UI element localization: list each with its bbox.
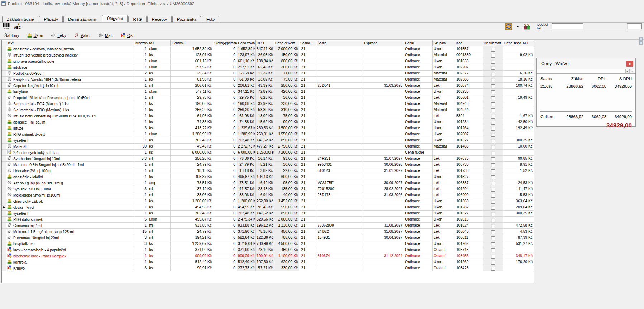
column-header-neslucovat[interactable]: Neslučovat: [483, 40, 503, 46]
neslucovat-checkbox[interactable]: [491, 133, 495, 137]
table-row[interactable]: obvaz - krycí1ks454,55 Kč0454,55 Kč95,45…: [2, 204, 534, 211]
neslucovat-checkbox[interactable]: [491, 139, 495, 143]
table-row[interactable]: Meloxidolor 5mg/ml 1x100ml1ml33,06 Kč033…: [2, 192, 534, 198]
table-row[interactable]: Infuzní set včetně prodlužovací hadičky1…: [2, 52, 534, 58]
neslucovat-checkbox[interactable]: [491, 54, 495, 58]
tab-rtg[interactable]: RTG: [128, 16, 146, 22]
table-row[interactable]: Podložka 60x90cm2ks29,34 Kč058,68 Kč12,3…: [2, 71, 534, 77]
edge-input[interactable]: [627, 23, 642, 29]
table-row[interactable]: příprava operačního pole1ukon661,16 Kč06…: [2, 58, 534, 64]
table-row[interactable]: Infusio natrii chlorati inj 10x500ml BRA…: [2, 113, 534, 119]
table-row[interactable]: Cepetor 1mg/ml inj 1x10 ml1ml206,61 Kč02…: [2, 83, 534, 89]
column-header-cena_zaklad[interactable]: Cena základ: [237, 40, 256, 46]
table-row[interactable]: Synulox RTU inj 100ml3ml37,19 Kč0111,57 …: [2, 186, 534, 192]
table-row[interactable]: Šicí materiál - PDO (Maxima) 1 ks1ks256,…: [2, 107, 534, 113]
neslucovat-checkbox[interactable]: [491, 121, 495, 125]
neslucovat-checkbox[interactable]: [491, 230, 495, 234]
toolbar-item-ost[interactable]: Ost.: [121, 33, 135, 38]
table-row[interactable]: Lidocaine 2% inj 100ml1ml18,18 Kč018,18 …: [2, 168, 534, 174]
neslucovat-checkbox[interactable]: [491, 90, 495, 94]
neslucovat-checkbox[interactable]: [491, 48, 495, 52]
toolbar-item-kon[interactable]: Úkon: [27, 33, 43, 38]
neslucovat-checkbox[interactable]: [491, 72, 495, 76]
neslucovat-checkbox[interactable]: [491, 212, 495, 216]
table-row[interactable]: Meloxoral 1,5 mg/ml por susp 125 ml15ml2…: [2, 229, 534, 235]
neslucovat-checkbox[interactable]: [491, 157, 495, 161]
neslucovat-checkbox[interactable]: [491, 267, 495, 271]
neslucovat-checkbox[interactable]: [491, 200, 495, 204]
table-row[interactable]: vyšetření1ks702,48 Kč0702,48 Kč147,52 Kč…: [2, 211, 534, 217]
column-header-mnozstvi[interactable]: Množství: [134, 40, 148, 46]
column-header-sleva[interactable]: Sleva(-)/přirážka %: [213, 40, 237, 46]
table-row[interactable]: Šicí materiál - PGA (Maxima) 1 ks1ks190,…: [2, 101, 534, 107]
neslucovat-checkbox[interactable]: [491, 66, 495, 70]
ceny-panel-titlebar[interactable]: Ceny - WinVet x: [537, 58, 635, 69]
neslucovat-checkbox[interactable]: [491, 78, 495, 82]
neslucovat-checkbox[interactable]: [491, 248, 495, 252]
table-row[interactable]: Krmivo3ks90,91 Kč0272,73 Kč57,27 Kč330,0…: [2, 265, 534, 271]
neslucovat-checkbox[interactable]: [491, 188, 495, 192]
toolbar-item-ablony[interactable]: Šablony: [4, 33, 19, 38]
tab-recepty[interactable]: Recepty: [147, 16, 172, 22]
table-row[interactable]: RTG snímek dvojitý1ukon1 280,99 Kč01 280…: [2, 131, 534, 137]
table-row[interactable]: vyšetření1ks702,48 Kč0702,48 Kč147,52 Kč…: [2, 137, 534, 144]
toolbar-item-mat[interactable]: Mat.: [99, 33, 113, 38]
tab-p-pady[interactable]: Případy: [39, 16, 63, 22]
neslucovat-checkbox[interactable]: [491, 108, 495, 112]
neslucovat-checkbox[interactable]: [491, 127, 495, 131]
table-row[interactable]: Convenia inj. 1ml1ml933,88 Kč0933,88 Kč1…: [2, 223, 534, 229]
tab-foto[interactable]: Foto: [202, 16, 219, 22]
column-header-cenik[interactable]: Ceník: [404, 40, 433, 46]
column-header-cena_sklad[interactable]: Cena sklad. MJ: [503, 40, 534, 46]
toolbar-item-vakc[interactable]: Vakc.: [74, 33, 91, 38]
table-row[interactable]: chirurgický zákrok1ks1 200,00 Kč01 200,0…: [2, 198, 534, 204]
neslucovat-checkbox[interactable]: [491, 261, 495, 265]
people-icon[interactable]: [522, 23, 531, 30]
table-row[interactable]: Prevomax 10mg/ml inj 20ml3ml194,21 Kč058…: [2, 235, 534, 241]
tab-denn-z-znamy[interactable]: Denní záznamy: [63, 16, 101, 22]
column-header-expirace[interactable]: Expirace: [363, 40, 404, 46]
table-row[interactable]: Kanyla i.v. Vasofix 18G 1,3x45mm zelená1…: [2, 77, 534, 83]
table-row[interactable]: biochemie krve - Panel Komplex1ks909,09 …: [2, 253, 534, 259]
neslucovat-checkbox[interactable]: [491, 255, 495, 259]
abc-spellcheck-icon[interactable]: ABC: [13, 23, 22, 30]
neslucovat-checkbox[interactable]: [491, 145, 495, 149]
column-header-kod[interactable]: Kód: [455, 40, 483, 46]
table-row[interactable]: krev - hematologie - 4 populační1ks371,9…: [2, 247, 534, 253]
column-header-text[interactable]: Text: [6, 40, 134, 46]
neslucovat-checkbox[interactable]: [491, 224, 495, 228]
table-row[interactable]: anestézie - lokální1ks495,87 Kč0495,87 K…: [2, 174, 534, 180]
tab-pozn-mka[interactable]: Poznámka: [172, 16, 201, 22]
table-row[interactable]: RTG další snímek5ukon495,87 Kč02 479,34 …: [2, 217, 534, 223]
table-row[interactable]: Azepo 1g inj+plv plv sol 10x1g1amp78,51 …: [2, 180, 534, 186]
barcode-icon[interactable]: 0246: [2, 23, 11, 30]
column-header-dph[interactable]: DPH: [256, 40, 274, 46]
neslucovat-checkbox[interactable]: [491, 84, 495, 88]
neslucovat-checkbox[interactable]: [491, 242, 495, 246]
sync-dropdown-arrow[interactable]: [516, 26, 519, 27]
table-row[interactable]: 2,4 osteosyntetický set titan1ks6 000,00…: [2, 150, 534, 156]
neslucovat-checkbox[interactable]: [491, 169, 495, 173]
sync-icon[interactable]: [504, 23, 514, 30]
neslucovat-checkbox[interactable]: [491, 236, 495, 240]
toolbar-item-lky[interactable]: Léky: [51, 33, 66, 38]
table-row[interactable]: anestézie - celková, inhalační, řízená1u…: [2, 46, 534, 52]
table-row[interactable]: aplikace inj. sc.,im.1ks74,38 Kč074,38 K…: [2, 119, 534, 125]
neslucovat-checkbox[interactable]: [491, 96, 495, 100]
neslucovat-checkbox[interactable]: [491, 206, 495, 210]
table-row[interactable]: infuze3ks413,22 Kč01 239,67 Kč260,33 Kč1…: [2, 125, 534, 131]
layout-squares-icon[interactable]: [639, 37, 643, 46]
table-row[interactable]: Materiál50ks45,45 Kč02 272,73 Kč477,27 K…: [2, 144, 534, 150]
table-row[interactable]: Synthadon 10mg/ml inj 10ml0,3ml256,20 Kč…: [2, 156, 534, 162]
table-row[interactable]: Marcaine 0.5% 5mg/ml inj.sol.5x20ml - 1m…: [2, 162, 534, 168]
column-header-skupina[interactable]: Skupina: [433, 40, 455, 46]
neslucovat-checkbox[interactable]: [491, 194, 495, 198]
neslucovat-checkbox[interactable]: [491, 163, 495, 167]
column-header-cena_mj[interactable]: Cena/MJ: [171, 40, 213, 46]
table-row[interactable]: intubace1ukon297,52 Kč0297,52 Kč62,48 Kč…: [2, 64, 534, 71]
table-row[interactable]: kontrola1ks512,40 Kč0512,40 Kč107,60 Kč6…: [2, 259, 534, 265]
table-row[interactable]: kanylace1ukon347,11 Kč0347,11 Kč72,89 Kč…: [2, 89, 534, 95]
neslucovat-checkbox[interactable]: [491, 151, 495, 155]
neslucovat-checkbox[interactable]: [491, 182, 495, 185]
table-row[interactable]: Propofol 1% Mct/Lct Fresenius inj eml 10…: [2, 95, 534, 101]
